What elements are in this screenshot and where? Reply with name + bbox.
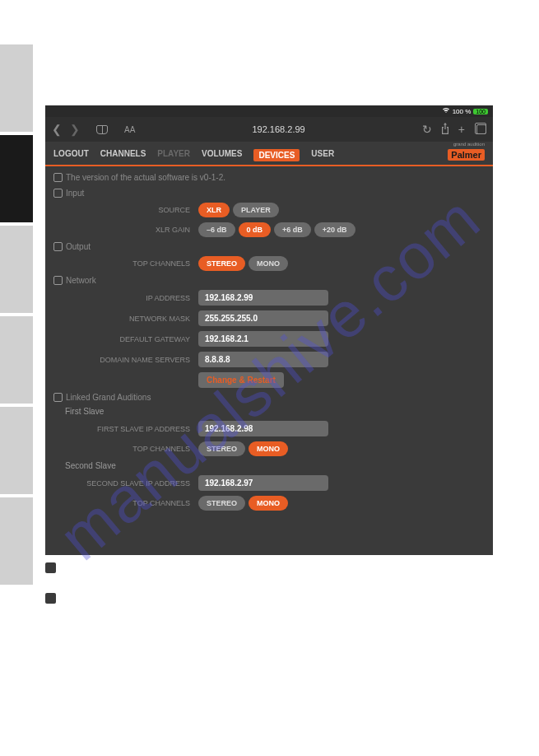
label-first-slave-ip: FIRST SLAVE IP ADDRESS <box>53 425 198 433</box>
output-mono[interactable]: MONO <box>249 256 288 271</box>
nav-channels[interactable]: CHANNELS <box>100 149 146 161</box>
content: The version of the actual software is v0… <box>45 166 493 522</box>
first-slave-mono[interactable]: MONO <box>249 441 288 456</box>
input-label: Input <box>66 189 84 198</box>
nav-user[interactable]: USER <box>311 149 334 161</box>
side-tab-1[interactable] <box>0 135 33 222</box>
gain-minus6[interactable]: –6 dB <box>198 222 235 237</box>
logo: grand audition Palmer <box>448 142 485 161</box>
version-row: The version of the actual software is v0… <box>53 173 485 182</box>
label-top-channels-2: TOP CHANNELS <box>53 445 198 453</box>
label-second-slave-ip: SECOND SLAVE IP ADDRESS <box>53 479 198 488</box>
small-box-2 <box>45 593 56 604</box>
row-xlr-gain: XLR GAIN –6 dB 0 dB +6 dB +20 dB <box>53 222 485 237</box>
label-ip: IP ADDRESS <box>53 294 198 302</box>
row-gateway: DEFAULT GATEWAY 192.168.2.1 <box>53 331 485 347</box>
output-stereo[interactable]: STEREO <box>198 256 245 271</box>
section-output: Output <box>53 242 485 251</box>
side-tab-5[interactable] <box>0 497 33 585</box>
input-gateway[interactable]: 192.168.2.1 <box>198 331 328 347</box>
row-second-slave-channels: TOP CHANNELS STEREO MONO <box>53 496 485 511</box>
first-slave-header: First Slave <box>65 407 485 416</box>
wifi-icon <box>442 107 450 115</box>
reload-icon[interactable]: ↻ <box>422 123 432 136</box>
second-slave-header: Second Slave <box>65 461 485 470</box>
input-ip[interactable]: 192.168.2.99 <box>198 290 328 306</box>
input-dns[interactable]: 8.8.8.8 <box>198 352 328 367</box>
linked-checkbox[interactable] <box>53 393 63 402</box>
reader-aa-button[interactable]: AA <box>124 125 135 134</box>
section-input: Input <box>53 189 485 198</box>
input-checkbox[interactable] <box>53 189 63 198</box>
label-top-channels-1: TOP CHANNELS <box>53 259 198 268</box>
input-mask[interactable]: 255.255.255.0 <box>198 310 328 326</box>
row-first-slave-channels: TOP CHANNELS STEREO MONO <box>53 441 485 456</box>
source-player[interactable]: PLAYER <box>233 203 279 217</box>
logo-main: Palmer <box>448 149 485 161</box>
gain-plus6[interactable]: +6 dB <box>274 222 311 237</box>
gain-0[interactable]: 0 dB <box>239 222 272 237</box>
row-ip: IP ADDRESS 192.168.2.99 <box>53 290 485 306</box>
side-tab-4[interactable] <box>0 407 33 494</box>
url-bar[interactable]: 192.168.2.99 <box>151 124 405 134</box>
row-second-slave-ip: SECOND SLAVE IP ADDRESS 192.168.2.97 <box>53 475 485 491</box>
label-xlr-gain: XLR GAIN <box>53 226 198 234</box>
network-checkbox[interactable] <box>53 276 63 285</box>
battery-badge: 100 <box>473 109 488 114</box>
status-bar: 100 % 100 <box>45 105 493 117</box>
battery-percent: 100 % <box>453 108 472 115</box>
side-tab-3[interactable] <box>0 316 33 404</box>
gain-plus20[interactable]: +20 dB <box>314 222 355 237</box>
linked-label: Linked Grand Auditions <box>66 393 151 402</box>
second-slave-stereo[interactable]: STEREO <box>198 496 245 511</box>
logo-subtitle: grand audition <box>448 142 485 147</box>
row-source: SOURCE XLR PLAYER <box>53 203 485 217</box>
change-restart-button[interactable]: Change & Restart <box>198 372 284 388</box>
row-dns: DOMAIN NAME SERVERS 8.8.8.8 <box>53 352 485 367</box>
second-slave-mono[interactable]: MONO <box>249 496 288 511</box>
row-top-channels-output: TOP CHANNELS STEREO MONO <box>53 256 485 271</box>
input-second-slave-ip[interactable]: 192.168.2.97 <box>198 475 328 491</box>
app-header: LOGOUT CHANNELS PLAYER VOLUMES DEVICES U… <box>45 142 493 166</box>
back-button[interactable]: ❮ <box>52 123 62 136</box>
label-gateway: DEFAULT GATEWAY <box>53 335 198 343</box>
label-dns: DOMAIN NAME SERVERS <box>53 356 198 364</box>
row-change-restart: Change & Restart <box>53 372 485 388</box>
small-box-1 <box>45 562 56 573</box>
nav-volumes[interactable]: VOLUMES <box>202 149 242 161</box>
nav-devices[interactable]: DEVICES <box>253 149 300 161</box>
label-mask: NETWORK MASK <box>53 315 198 323</box>
below-boxes <box>45 562 56 623</box>
side-tabs <box>0 44 33 588</box>
screenshot: 100 % 100 ❮ ❯ AA 192.168.2.99 ↻ + LOGOUT… <box>45 105 493 555</box>
section-linked: Linked Grand Auditions <box>53 393 485 402</box>
version-checkbox[interactable] <box>53 173 63 182</box>
new-tab-button[interactable]: + <box>458 123 465 136</box>
browser-bar: ❮ ❯ AA 192.168.2.99 ↻ + <box>45 117 493 142</box>
label-source: SOURCE <box>53 206 198 214</box>
first-slave-stereo[interactable]: STEREO <box>198 441 245 456</box>
tabs-icon[interactable] <box>476 124 486 134</box>
bookmarks-icon[interactable] <box>96 125 108 134</box>
row-mask: NETWORK MASK 255.255.255.0 <box>53 310 485 326</box>
network-label: Network <box>66 276 96 285</box>
input-first-slave-ip[interactable]: 192.168.2.98 <box>198 421 328 436</box>
forward-button[interactable]: ❯ <box>70 123 80 136</box>
row-first-slave-ip: FIRST SLAVE IP ADDRESS 192.168.2.98 <box>53 421 485 436</box>
label-top-channels-3: TOP CHANNELS <box>53 499 198 507</box>
nav-tabs: LOGOUT CHANNELS PLAYER VOLUMES DEVICES U… <box>53 149 334 161</box>
nav-player[interactable]: PLAYER <box>157 149 190 161</box>
section-network: Network <box>53 276 485 285</box>
side-tab-0[interactable] <box>0 44 33 132</box>
nav-logout[interactable]: LOGOUT <box>53 149 89 161</box>
side-tab-2[interactable] <box>0 226 33 313</box>
version-text: The version of the actual software is v0… <box>66 173 225 182</box>
source-xlr[interactable]: XLR <box>198 203 230 217</box>
share-icon[interactable] <box>440 123 450 137</box>
output-checkbox[interactable] <box>53 242 63 251</box>
output-label: Output <box>66 242 91 251</box>
